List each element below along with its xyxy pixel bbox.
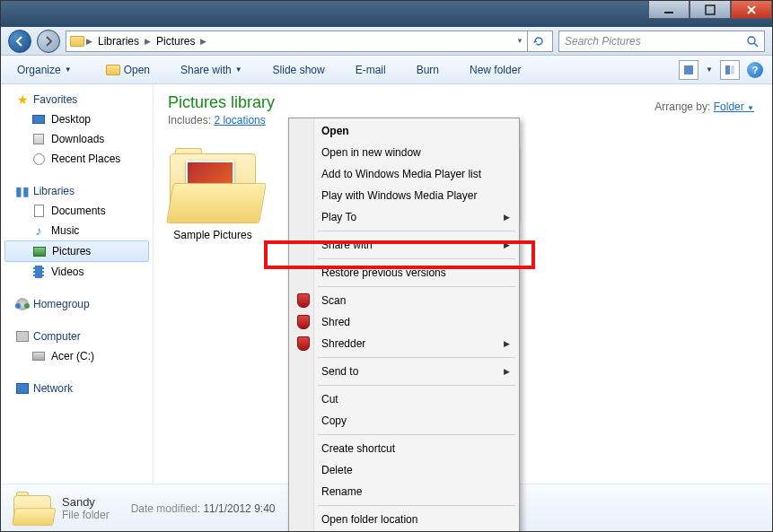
addr-dropdown-icon[interactable]: ▼ [516,37,523,45]
maximize-button[interactable] [690,1,731,19]
close-button[interactable] [731,1,772,19]
view-mode-dropdown[interactable]: ▼ [706,65,713,74]
slideshow-button[interactable]: Slide show [266,60,332,80]
preview-pane-button[interactable] [720,60,740,80]
star-icon: ★ [15,92,30,107]
nav-downloads[interactable]: Downloads [1,129,153,149]
details-type: File folder [62,509,110,521]
svg-rect-0 [664,12,673,13]
nav-music[interactable]: ♪Music [1,221,153,240]
ctx-rename[interactable]: Rename [291,481,517,502]
search-icon [746,35,759,48]
ctx-restore-previous-versions[interactable]: Restore previous versions [291,262,517,283]
ctx-add-to-windows-media-player-list[interactable]: Add to Windows Media Player list [291,163,517,185]
network-icon [15,381,30,396]
ctx-scan[interactable]: Scan [291,290,517,311]
search-placeholder: Search Pictures [565,35,746,48]
window-titlebar [1,1,772,27]
address-bar: ▶ Libraries ▶ Pictures ▶ ▼ Search Pictur… [1,27,772,56]
nav-desktop[interactable]: Desktop [1,109,153,129]
folder-icon [70,34,84,48]
music-icon: ♪ [31,223,46,238]
share-with-button[interactable]: Share with▼ [173,60,250,80]
forward-button[interactable] [37,30,60,53]
navigation-pane: ★Favorites Desktop Downloads Recent Plac… [1,84,154,484]
svg-point-2 [748,37,755,44]
ctx-shredder[interactable]: Shredder▶ [291,333,517,354]
ctx-create-shortcut[interactable]: Create shortcut [291,438,517,459]
nav-favorites[interactable]: ★Favorites [1,90,153,109]
back-button[interactable] [8,30,31,53]
ctx-play-with-windows-media-player[interactable]: Play with Windows Media Player [291,185,517,206]
details-modified: 11/1/2012 9:40 [203,502,275,515]
includes-link[interactable]: 2 locations [214,114,265,126]
arrange-value[interactable]: Folder ▼ [714,100,754,113]
ctx-cut[interactable]: Cut [291,388,517,410]
nav-documents[interactable]: Documents [1,201,153,221]
ctx-copy[interactable]: Copy [291,410,517,432]
document-icon [31,204,46,218]
folder-icon [170,148,256,223]
svg-rect-1 [706,5,715,14]
ctx-shred[interactable]: Shred [291,311,517,333]
nav-computer[interactable]: Computer [1,327,153,346]
downloads-icon [31,132,46,146]
view-mode-button[interactable] [679,60,698,80]
svg-rect-5 [725,65,730,74]
nav-recent[interactable]: Recent Places [1,149,153,169]
email-button[interactable]: E-mail [348,60,393,80]
breadcrumb[interactable]: Libraries [94,33,143,49]
computer-icon [15,329,30,344]
svg-rect-4 [684,65,693,74]
homegroup-icon [15,297,30,311]
address-field[interactable]: ▶ Libraries ▶ Pictures ▶ ▼ [66,31,553,52]
new-folder-button[interactable]: New folder [462,60,528,80]
ctx-share-with[interactable]: Share with▶ [291,234,517,256]
breadcrumb[interactable]: Pictures [153,33,198,49]
desktop-icon [31,112,46,126]
svg-rect-6 [731,65,734,74]
context-menu: OpenOpen in new windowAdd to Windows Med… [288,118,520,532]
libraries-icon: ▮▮ [15,184,30,198]
nav-pictures[interactable]: Pictures [4,240,149,262]
nav-homegroup[interactable]: Homegroup [1,294,153,314]
organize-button[interactable]: Organize▼ [10,60,79,80]
nav-libraries[interactable]: ▮▮Libraries [1,181,153,201]
drive-icon [31,349,46,363]
nav-videos[interactable]: Videos [1,262,153,282]
folder-item-sample-pictures[interactable]: Sample Pictures [168,148,258,241]
nav-network[interactable]: Network [1,379,153,398]
ctx-delete[interactable]: Delete [291,459,517,481]
ctx-open-in-new-window[interactable]: Open in new window [291,142,517,163]
ctx-open[interactable]: Open [291,120,517,142]
recent-icon [31,152,46,166]
minimize-button[interactable] [648,1,690,19]
arrange-by: Arrange by: Folder ▼ [654,100,754,113]
help-button[interactable]: ? [747,62,763,78]
search-input[interactable]: Search Pictures [558,31,765,52]
details-name: Sandy [62,495,110,509]
ctx-play-to[interactable]: Play To▶ [291,206,517,228]
pictures-icon [32,244,47,258]
details-thumb [13,492,51,526]
ctx-send-to[interactable]: Send to▶ [291,361,517,382]
videos-icon [31,265,46,279]
refresh-button[interactable] [527,31,549,51]
open-button[interactable]: Open [99,59,157,81]
nav-drive-c[interactable]: Acer (C:) [1,346,153,366]
item-label: Sample Pictures [168,229,258,241]
ctx-open-folder-location[interactable]: Open folder location [291,509,517,530]
toolbar: Organize▼ Open Share with▼ Slide show E-… [1,56,772,84]
svg-line-3 [754,43,758,47]
burn-button[interactable]: Burn [409,60,446,80]
